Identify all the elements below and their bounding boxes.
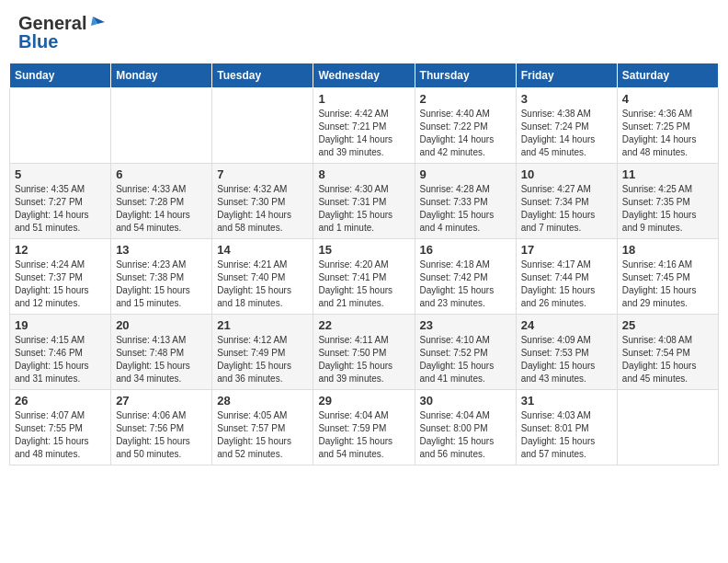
- day-info: Sunrise: 4:04 AM Sunset: 7:59 PM Dayligh…: [318, 409, 409, 461]
- day-number: 18: [622, 243, 713, 257]
- day-info: Sunrise: 4:38 AM Sunset: 7:24 PM Dayligh…: [521, 108, 612, 159]
- day-info: Sunrise: 4:40 AM Sunset: 7:22 PM Dayligh…: [420, 108, 511, 159]
- day-number: 12: [15, 243, 106, 257]
- day-info: Sunrise: 4:23 AM Sunset: 7:38 PM Dayligh…: [116, 259, 207, 310]
- weekday-header: Tuesday: [212, 63, 313, 88]
- day-info: Sunrise: 4:09 AM Sunset: 7:53 PM Dayligh…: [521, 334, 612, 385]
- page-header: General Blue: [9, 9, 719, 55]
- day-number: 26: [15, 394, 106, 408]
- day-info: Sunrise: 4:24 AM Sunset: 7:37 PM Dayligh…: [15, 259, 106, 310]
- day-number: 10: [521, 167, 612, 181]
- weekday-header: Friday: [516, 63, 617, 88]
- day-info: Sunrise: 4:16 AM Sunset: 7:45 PM Dayligh…: [622, 259, 713, 310]
- logo: General Blue: [18, 14, 105, 51]
- day-number: 21: [217, 318, 308, 332]
- day-info: Sunrise: 4:33 AM Sunset: 7:28 PM Dayligh…: [116, 183, 207, 235]
- weekday-header: Thursday: [415, 63, 516, 88]
- day-number: 31: [521, 394, 612, 408]
- calendar-cell: [212, 88, 313, 164]
- day-info: Sunrise: 4:03 AM Sunset: 8:01 PM Dayligh…: [521, 409, 612, 461]
- day-number: 16: [420, 243, 511, 257]
- day-number: 19: [15, 318, 106, 332]
- day-number: 13: [116, 243, 207, 257]
- day-number: 3: [521, 92, 612, 106]
- calendar-cell: 23Sunrise: 4:10 AM Sunset: 7:52 PM Dayli…: [415, 315, 516, 390]
- calendar-cell: [111, 88, 212, 164]
- calendar-cell: 14Sunrise: 4:21 AM Sunset: 7:40 PM Dayli…: [212, 239, 313, 315]
- day-number: 14: [217, 243, 308, 257]
- calendar-cell: 26Sunrise: 4:07 AM Sunset: 7:55 PM Dayli…: [10, 390, 111, 465]
- day-number: 9: [420, 167, 511, 181]
- weekday-header: Sunday: [10, 63, 111, 88]
- day-info: Sunrise: 4:11 AM Sunset: 7:50 PM Dayligh…: [318, 334, 409, 385]
- day-info: Sunrise: 4:42 AM Sunset: 7:21 PM Dayligh…: [318, 108, 409, 159]
- day-info: Sunrise: 4:17 AM Sunset: 7:44 PM Dayligh…: [521, 259, 612, 310]
- calendar-cell: 2Sunrise: 4:40 AM Sunset: 7:22 PM Daylig…: [415, 88, 516, 164]
- calendar-cell: [617, 390, 718, 465]
- day-info: Sunrise: 4:30 AM Sunset: 7:31 PM Dayligh…: [318, 183, 409, 235]
- day-number: 23: [420, 318, 511, 332]
- calendar-week-row: 19Sunrise: 4:15 AM Sunset: 7:46 PM Dayli…: [10, 315, 719, 390]
- day-info: Sunrise: 4:10 AM Sunset: 7:52 PM Dayligh…: [420, 334, 511, 385]
- weekday-header: Saturday: [617, 63, 718, 88]
- day-info: Sunrise: 4:12 AM Sunset: 7:49 PM Dayligh…: [217, 334, 308, 385]
- logo-text: General Blue: [18, 14, 105, 51]
- day-info: Sunrise: 4:27 AM Sunset: 7:34 PM Dayligh…: [521, 183, 612, 235]
- day-number: 8: [318, 167, 409, 181]
- day-number: 17: [521, 243, 612, 257]
- calendar-week-row: 26Sunrise: 4:07 AM Sunset: 7:55 PM Dayli…: [10, 390, 719, 465]
- calendar-cell: 16Sunrise: 4:18 AM Sunset: 7:42 PM Dayli…: [415, 239, 516, 315]
- calendar-cell: 15Sunrise: 4:20 AM Sunset: 7:41 PM Dayli…: [313, 239, 415, 315]
- day-info: Sunrise: 4:07 AM Sunset: 7:55 PM Dayligh…: [15, 409, 106, 461]
- calendar-cell: 6Sunrise: 4:33 AM Sunset: 7:28 PM Daylig…: [111, 164, 212, 239]
- day-number: 22: [318, 318, 409, 332]
- calendar-cell: 12Sunrise: 4:24 AM Sunset: 7:37 PM Dayli…: [10, 239, 111, 315]
- calendar-cell: 17Sunrise: 4:17 AM Sunset: 7:44 PM Dayli…: [516, 239, 617, 315]
- calendar-cell: 30Sunrise: 4:04 AM Sunset: 8:00 PM Dayli…: [415, 390, 516, 465]
- day-number: 20: [116, 318, 207, 332]
- day-info: Sunrise: 4:20 AM Sunset: 7:41 PM Dayligh…: [318, 259, 409, 310]
- day-number: 2: [420, 92, 511, 106]
- calendar-cell: 21Sunrise: 4:12 AM Sunset: 7:49 PM Dayli…: [212, 315, 313, 390]
- logo-general: General: [18, 14, 86, 32]
- calendar-table: SundayMondayTuesdayWednesdayThursdayFrid…: [9, 63, 719, 465]
- calendar-cell: 9Sunrise: 4:28 AM Sunset: 7:33 PM Daylig…: [415, 164, 516, 239]
- calendar-week-row: 12Sunrise: 4:24 AM Sunset: 7:37 PM Dayli…: [10, 239, 719, 315]
- day-info: Sunrise: 4:05 AM Sunset: 7:57 PM Dayligh…: [217, 409, 308, 461]
- day-number: 28: [217, 394, 308, 408]
- day-number: 25: [622, 318, 713, 332]
- day-number: 29: [318, 394, 409, 408]
- weekday-header: Wednesday: [313, 63, 415, 88]
- calendar-cell: 31Sunrise: 4:03 AM Sunset: 8:01 PM Dayli…: [516, 390, 617, 465]
- calendar-cell: 27Sunrise: 4:06 AM Sunset: 7:56 PM Dayli…: [111, 390, 212, 465]
- calendar-cell: 20Sunrise: 4:13 AM Sunset: 7:48 PM Dayli…: [111, 315, 212, 390]
- day-info: Sunrise: 4:32 AM Sunset: 7:30 PM Dayligh…: [217, 183, 308, 235]
- calendar-cell: 18Sunrise: 4:16 AM Sunset: 7:45 PM Dayli…: [617, 239, 718, 315]
- weekday-header-row: SundayMondayTuesdayWednesdayThursdayFrid…: [10, 63, 719, 88]
- day-number: 4: [622, 92, 713, 106]
- calendar-week-row: 5Sunrise: 4:35 AM Sunset: 7:27 PM Daylig…: [10, 164, 719, 239]
- day-info: Sunrise: 4:35 AM Sunset: 7:27 PM Dayligh…: [15, 183, 106, 235]
- day-number: 11: [622, 167, 713, 181]
- day-number: 1: [318, 92, 409, 106]
- weekday-header: Monday: [111, 63, 212, 88]
- day-number: 7: [217, 167, 308, 181]
- day-info: Sunrise: 4:36 AM Sunset: 7:25 PM Dayligh…: [622, 108, 713, 159]
- day-info: Sunrise: 4:13 AM Sunset: 7:48 PM Dayligh…: [116, 334, 207, 385]
- calendar-cell: 22Sunrise: 4:11 AM Sunset: 7:50 PM Dayli…: [313, 315, 415, 390]
- calendar-cell: 7Sunrise: 4:32 AM Sunset: 7:30 PM Daylig…: [212, 164, 313, 239]
- calendar-cell: 1Sunrise: 4:42 AM Sunset: 7:21 PM Daylig…: [313, 88, 415, 164]
- day-number: 6: [116, 167, 207, 181]
- day-number: 27: [116, 394, 207, 408]
- calendar-cell: 4Sunrise: 4:36 AM Sunset: 7:25 PM Daylig…: [617, 88, 718, 164]
- calendar-cell: 5Sunrise: 4:35 AM Sunset: 7:27 PM Daylig…: [10, 164, 111, 239]
- calendar-cell: 24Sunrise: 4:09 AM Sunset: 7:53 PM Dayli…: [516, 315, 617, 390]
- calendar-week-row: 1Sunrise: 4:42 AM Sunset: 7:21 PM Daylig…: [10, 88, 719, 164]
- day-info: Sunrise: 4:08 AM Sunset: 7:54 PM Dayligh…: [622, 334, 713, 385]
- day-info: Sunrise: 4:28 AM Sunset: 7:33 PM Dayligh…: [420, 183, 511, 235]
- day-info: Sunrise: 4:06 AM Sunset: 7:56 PM Dayligh…: [116, 409, 207, 461]
- calendar-cell: 10Sunrise: 4:27 AM Sunset: 7:34 PM Dayli…: [516, 164, 617, 239]
- calendar-cell: 11Sunrise: 4:25 AM Sunset: 7:35 PM Dayli…: [617, 164, 718, 239]
- calendar-cell: [10, 88, 111, 164]
- calendar-cell: 13Sunrise: 4:23 AM Sunset: 7:38 PM Dayli…: [111, 239, 212, 315]
